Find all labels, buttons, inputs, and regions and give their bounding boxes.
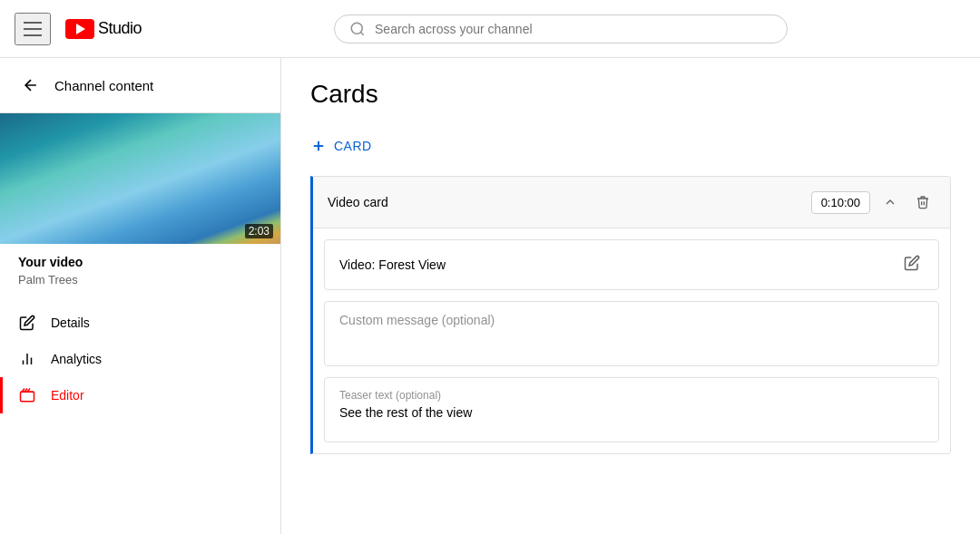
add-card-label: CARD (334, 139, 372, 153)
video-thumbnail-container: 2:03 (0, 113, 280, 244)
card-collapse-button[interactable] (877, 189, 903, 215)
video-thumbnail (0, 113, 280, 244)
content-area: Cards CARD Video card 0:10:00 (281, 58, 980, 534)
sidebar-editor-label: Editor (51, 388, 84, 403)
video-field: Video: Forest View (324, 239, 939, 290)
card-section: Video card 0:10:00 (310, 176, 951, 454)
search-icon (349, 21, 366, 37)
header-left: Studio (15, 13, 142, 45)
video-field-edit-button[interactable] (900, 251, 924, 277)
bar-chart-icon (18, 350, 36, 368)
main-layout: Channel content 2:03 Your video Palm Tre… (0, 58, 980, 534)
sidebar-top: Channel content (0, 58, 280, 113)
search-input[interactable] (375, 22, 772, 36)
svg-rect-4 (21, 392, 34, 402)
menu-button[interactable] (15, 13, 51, 45)
video-subtitle: Palm Trees (18, 273, 262, 286)
sidebar-item-editor[interactable]: Editor (0, 377, 280, 413)
plus-icon (310, 138, 327, 154)
video-field-content: Video: Forest View (339, 251, 924, 277)
clapperboard-icon (18, 386, 36, 404)
video-field-text: Video: Forest View (339, 257, 446, 272)
video-info: Your video Palm Trees (0, 244, 280, 297)
sidebar: Channel content 2:03 Your video Palm Tre… (0, 58, 281, 534)
svg-point-0 (351, 23, 362, 34)
page-title: Cards (310, 80, 951, 109)
pencil-icon (18, 314, 36, 332)
video-title: Your video (18, 255, 262, 269)
channel-content-label: Channel content (54, 78, 153, 93)
search-bar (334, 15, 788, 44)
sidebar-details-label: Details (51, 316, 90, 330)
custom-message-field[interactable]: Custom message (optional) (324, 301, 939, 366)
custom-message-placeholder: Custom message (optional) (339, 313, 495, 327)
teaser-value: See the rest of the view (339, 405, 924, 420)
card-delete-button[interactable] (910, 189, 936, 215)
sidebar-nav: Details Analytics (0, 297, 280, 421)
teaser-field: Teaser text (optional) See the rest of t… (324, 377, 939, 442)
sidebar-item-analytics[interactable]: Analytics (0, 341, 280, 377)
youtube-studio-logo[interactable]: Studio (65, 19, 142, 39)
card-header: Video card 0:10:00 (313, 177, 950, 228)
header: Studio (0, 0, 980, 58)
card-timestamp[interactable]: 0:10:00 (811, 191, 870, 214)
studio-label: Studio (98, 19, 142, 38)
add-card-button[interactable]: CARD (310, 131, 372, 161)
back-button[interactable] (18, 73, 44, 98)
teaser-label: Teaser text (optional) (339, 389, 924, 402)
card-title: Video card (328, 195, 388, 209)
sidebar-item-details[interactable]: Details (0, 305, 280, 341)
card-header-right: 0:10:00 (811, 189, 936, 215)
card-fields: Video: Forest View Custom message (optio… (313, 239, 950, 442)
chevron-up-icon (883, 195, 897, 209)
back-arrow-icon (22, 76, 40, 94)
video-duration: 2:03 (245, 224, 273, 238)
search-container (156, 15, 965, 44)
trash-icon (916, 195, 930, 209)
youtube-icon (65, 19, 94, 39)
edit-icon (904, 255, 920, 271)
sidebar-analytics-label: Analytics (51, 352, 102, 366)
